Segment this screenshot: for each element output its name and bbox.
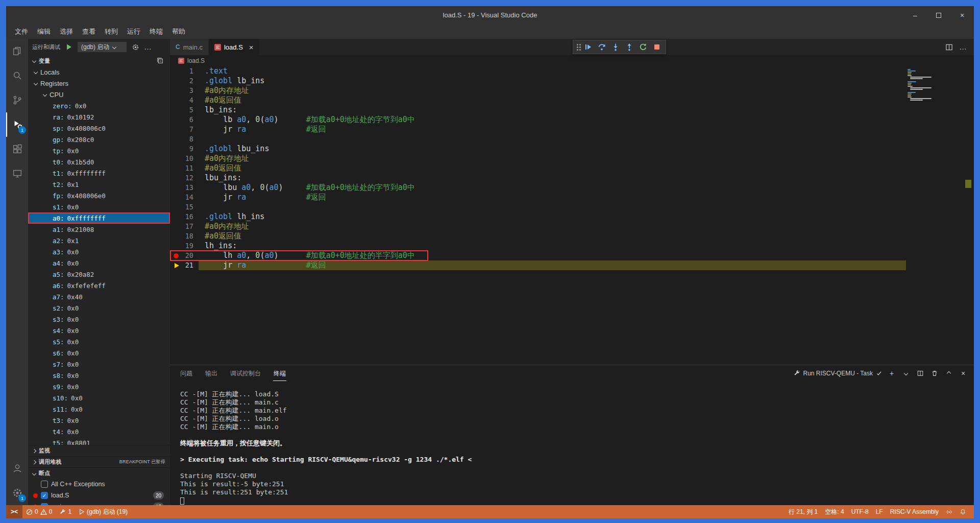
settings-gear-icon[interactable]: 1 <box>6 481 28 505</box>
gutter-marker[interactable] <box>174 212 183 222</box>
register-row-s2[interactable]: s2:0x0 <box>28 302 170 314</box>
menu-item-7[interactable]: 帮助 <box>167 26 190 38</box>
gutter-marker[interactable] <box>174 183 183 193</box>
tab-close-icon[interactable]: × <box>249 43 254 52</box>
panel-tab-2[interactable]: 调试控制台 <box>230 366 261 381</box>
cursor-position[interactable]: 行 21, 列 1 <box>785 505 821 518</box>
register-row-s7[interactable]: s7:0x0 <box>28 359 170 370</box>
register-row-sp[interactable]: sp:0x408006c0 <box>28 123 170 134</box>
breadcrumb[interactable]: load.S <box>170 55 974 66</box>
code-line-4[interactable]: 4#a0返回值 <box>170 96 974 105</box>
gutter-marker[interactable] <box>174 134 183 144</box>
register-row-t4[interactable]: t4:0x0 <box>28 426 170 437</box>
code-line-6[interactable]: 6 lb a0, 0(a0) #加载a0+0地址处的字节到a0中 <box>170 115 974 125</box>
register-row-a6[interactable]: a6:0xfefefeff <box>28 280 170 291</box>
indentation[interactable]: 空格: 4 <box>821 505 847 518</box>
panel-tab-1[interactable]: 输出 <box>205 366 218 381</box>
stop-button[interactable] <box>650 41 663 53</box>
gutter-marker[interactable] <box>174 260 183 270</box>
code-line-9[interactable]: 9.globl lbu_ins <box>170 144 974 154</box>
terminal-output[interactable]: CC -[M] 正在构建... load.SCC -[M] 正在构建... ma… <box>170 381 974 505</box>
register-row-gp[interactable]: gp:0x208c0 <box>28 134 170 145</box>
register-row-s4[interactable]: s4:0x0 <box>28 325 170 336</box>
minimap[interactable] <box>908 69 938 101</box>
register-row-t3[interactable]: t3:0x0 <box>28 415 170 426</box>
gutter-marker[interactable] <box>174 154 183 163</box>
code-line-8[interactable]: 8 <box>170 134 974 144</box>
split-editor-icon[interactable] <box>945 43 953 51</box>
register-row-ra[interactable]: ra:0x10192 <box>28 111 170 123</box>
terminal-dropdown-icon[interactable] <box>901 369 911 378</box>
gutter-marker[interactable] <box>174 193 183 202</box>
register-row-s1[interactable]: s1:0x0 <box>28 201 170 212</box>
breakpoint-checkbox[interactable] <box>41 481 48 488</box>
breakpoint-icon[interactable] <box>174 253 179 258</box>
register-row-zero[interactable]: zero:0x0 <box>28 100 170 111</box>
scope-registers[interactable]: Registers <box>28 78 170 89</box>
gutter-marker[interactable] <box>174 115 183 125</box>
register-row-s3[interactable]: s3:0x0 <box>28 314 170 325</box>
gutter-marker[interactable] <box>174 173 183 183</box>
maximize-button[interactable] <box>927 6 950 24</box>
close-panel-icon[interactable]: × <box>959 369 968 378</box>
register-row-t0[interactable]: t0:0x1b5d0 <box>28 156 170 168</box>
register-row-t2[interactable]: t2:0x1 <box>28 179 170 190</box>
code-line-11[interactable]: 11#a0返回值 <box>170 163 974 173</box>
eol-sequence[interactable]: LF <box>872 505 887 518</box>
breakpoint-item[interactable]: ✓main.c15 <box>28 501 170 505</box>
account-icon[interactable] <box>6 456 28 481</box>
gutter-marker[interactable] <box>174 202 183 212</box>
code-line-15[interactable]: 15 <box>170 202 974 212</box>
split-terminal-icon[interactable] <box>916 369 925 378</box>
source-control-icon[interactable] <box>6 88 28 112</box>
register-row-a2[interactable]: a2:0x1 <box>28 235 170 246</box>
register-row-fp[interactable]: fp:0x408006e0 <box>28 190 170 201</box>
register-row-a3[interactable]: a3:0x0 <box>28 246 170 257</box>
code-line-2[interactable]: 2.globl lb_ins <box>170 76 974 86</box>
code-line-7[interactable]: 7 jr ra #返回 <box>170 125 974 134</box>
continue-button[interactable] <box>581 41 594 53</box>
tab-load-s[interactable]: load.S × <box>209 39 260 55</box>
drag-handle-icon[interactable] <box>577 44 578 45</box>
tasks-indicator[interactable]: 1 <box>56 505 75 518</box>
remote-indicator[interactable]: >< <box>6 505 22 518</box>
breakpoints-section-header[interactable]: 断点 <box>28 467 170 479</box>
register-row-t5[interactable]: t5:0x8801 <box>28 437 170 445</box>
gutter-marker[interactable] <box>174 144 183 154</box>
step-over-button[interactable] <box>595 41 608 53</box>
code-line-19[interactable]: 19lh_ins: <box>170 241 974 251</box>
register-row-a0[interactable]: a0:0xffffffff <box>28 212 170 224</box>
code-line-17[interactable]: 17#a0内存地址 <box>170 222 974 231</box>
code-line-20[interactable]: 20 lh a0, 0(a0) #加载a0+0地址处的半字到a0中 <box>170 251 974 260</box>
new-terminal-icon[interactable]: + <box>887 369 896 378</box>
gutter-marker[interactable] <box>174 163 183 173</box>
language-mode[interactable]: RISC-V Assembly <box>887 505 942 518</box>
menu-item-3[interactable]: 查看 <box>78 26 100 38</box>
terminal-instance[interactable]: Run RISCV-QEMU - Task <box>793 370 882 377</box>
notifications-bell-icon[interactable] <box>956 505 970 518</box>
gutter-marker[interactable] <box>174 251 183 260</box>
extensions-icon[interactable] <box>6 137 28 161</box>
panel-tab-3[interactable]: 终端 <box>273 366 286 381</box>
register-row-tp[interactable]: tp:0x0 <box>28 145 170 156</box>
gutter-marker[interactable] <box>174 86 183 96</box>
menu-item-2[interactable]: 选择 <box>55 26 78 38</box>
code-line-21[interactable]: 21 jr ra #返回 <box>170 260 974 270</box>
code-line-14[interactable]: 14 jr ra #返回 <box>170 193 974 202</box>
register-row-t1[interactable]: t1:0xffffffff <box>28 168 170 179</box>
register-row-a1[interactable]: a1:0x21008 <box>28 224 170 235</box>
call-stack-section-header[interactable]: 调用堆栈 BREAKPOINT 已暂停 <box>28 456 170 467</box>
gutter-marker[interactable] <box>174 222 183 231</box>
register-row-s11[interactable]: s11:0x0 <box>28 403 170 415</box>
register-row-s5[interactable]: s5:0x0 <box>28 336 170 347</box>
debug-session-indicator[interactable]: (gdb) 启动 (19) <box>75 505 131 518</box>
menu-item-1[interactable]: 编辑 <box>33 26 55 38</box>
scope-cpu[interactable]: CPU <box>28 89 170 100</box>
more-actions-icon[interactable]: … <box>144 44 152 50</box>
run-and-debug-icon[interactable]: 1 <box>6 112 28 137</box>
variables-tree[interactable]: LocalsRegistersCPUzero:0x0ra:0x10192sp:0… <box>28 66 170 445</box>
code-line-10[interactable]: 10#a0内存地址 <box>170 154 974 163</box>
register-row-a7[interactable]: a7:0x40 <box>28 291 170 302</box>
breakpoint-checkbox[interactable]: ✓ <box>41 492 48 499</box>
tab-main-c[interactable]: C main.c <box>170 39 209 55</box>
